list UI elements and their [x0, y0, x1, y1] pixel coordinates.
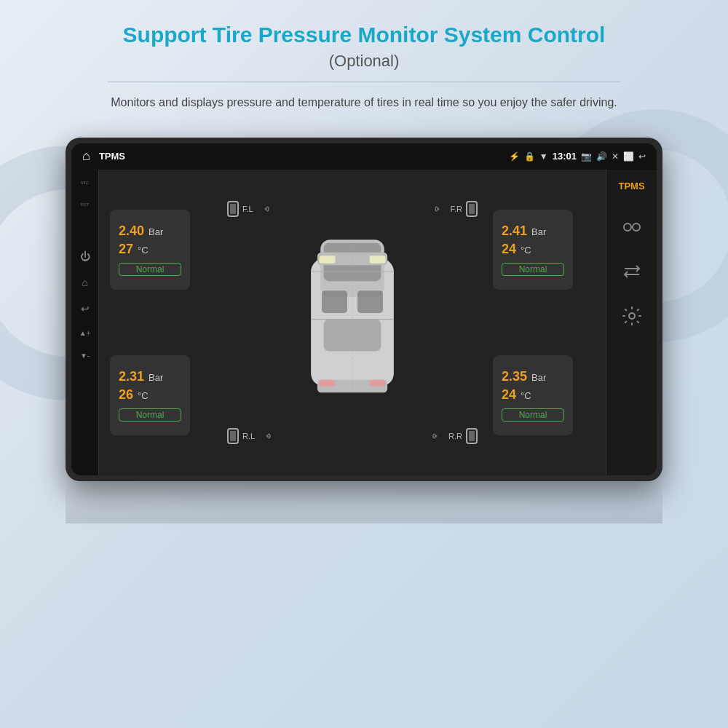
fr-wheel-icon	[465, 201, 478, 217]
fr-tire-card: 2.41 Bar 24 °C Normal	[493, 210, 573, 290]
fl-cell-inner: 2.40 Bar 27 °C Normal	[110, 210, 190, 290]
wifi-icon: ▼	[539, 151, 548, 162]
fl-temp-row: 27 °C	[119, 242, 181, 257]
rl-status: Normal	[119, 408, 181, 422]
tpms-label: TPMS	[99, 151, 125, 162]
rr-wheel-icon	[465, 428, 478, 444]
fr-wheel-label: F.R	[451, 205, 463, 213]
svg-point-28	[629, 313, 635, 319]
rr-temp-row: 24 °C	[502, 387, 564, 403]
fl-temp-value: 27	[119, 242, 133, 257]
svg-rect-3	[469, 204, 475, 214]
vol-down-icon[interactable]: ▼-	[80, 352, 90, 360]
rl-pressure-unit: Bar	[149, 372, 163, 383]
settings-icon[interactable]	[606, 295, 657, 341]
fr-signal-icon	[433, 202, 448, 216]
svg-rect-13	[370, 256, 386, 264]
tpms-grid: 2.40 Bar 27 °C Normal	[99, 170, 606, 475]
svg-rect-14	[320, 379, 336, 386]
fr-temp-value: 24	[502, 242, 516, 257]
fl-wheel-icon	[226, 201, 240, 217]
fr-status: Normal	[502, 263, 564, 276]
fl-wheel-label: F.L	[242, 205, 253, 213]
svg-rect-8	[357, 290, 383, 313]
fl-pressure-row: 2.40 Bar	[119, 223, 181, 239]
fr-pressure-row: 2.41 Bar	[502, 223, 564, 239]
fl-tire-cell: 2.40 Bar 27 °C Normal	[110, 181, 212, 319]
status-left: ⌂ TPMS	[82, 149, 125, 164]
svg-rect-9	[324, 319, 381, 351]
rl-tire-cell: 2.31 Bar 26 °C Normal	[110, 326, 212, 464]
power-icon[interactable]: ⏻	[80, 250, 90, 262]
rr-pressure-row: 2.35 Bar	[502, 369, 564, 384]
fr-cell-inner: 2.41 Bar 24 °C Normal	[493, 210, 573, 290]
rl-wheel-label: R.L	[242, 432, 255, 440]
svg-rect-22	[469, 431, 475, 441]
left-sidebar: MIC RST ⏻ ⌂ ↩ ▲+ ▼-	[71, 170, 99, 475]
rl-wheel-icon	[226, 428, 240, 444]
back-icon[interactable]: ↩	[638, 151, 646, 162]
svg-point-24	[633, 223, 640, 231]
camera-icon[interactable]: 📷	[581, 151, 592, 162]
screen: ⌂ TPMS ⚡ 🔒 ▼ 13:01 📷 🔊 ✕ ⬜ ↩	[71, 143, 657, 475]
close-icon[interactable]: ✕	[612, 151, 619, 162]
svg-rect-7	[322, 290, 347, 313]
rr-temp-unit: °C	[521, 390, 531, 401]
svg-rect-1	[230, 204, 236, 214]
svg-rect-20	[230, 431, 236, 441]
rl-temp-unit: °C	[138, 390, 149, 401]
device-wrapper: ⌂ TPMS ⚡ 🔒 ▼ 13:01 📷 🔊 ✕ ⬜ ↩	[66, 138, 662, 523]
car-center: F.L	[219, 181, 486, 464]
rr-signal-icon	[431, 429, 446, 443]
rr-wheel-label: R.R	[448, 432, 462, 440]
fl-tire-card: 2.40 Bar 27 °C Normal	[110, 210, 190, 290]
sidebar-back-icon[interactable]: ↩	[81, 303, 90, 314]
rl-pressure-row: 2.31 Bar	[119, 369, 181, 384]
rl-temp-row: 26 °C	[119, 387, 181, 403]
right-tpms-title: TPMS	[618, 181, 644, 191]
main-title: Support Tire Pressure Monitor System Con…	[44, 22, 684, 48]
sidebar-home-icon[interactable]: ⌂	[82, 277, 87, 288]
rr-tire-cell: 2.35 Bar 24 °C Normal	[493, 326, 595, 464]
svg-point-23	[624, 223, 631, 231]
fl-pressure-value: 2.40	[119, 223, 144, 239]
svg-rect-15	[370, 379, 386, 386]
lock-icon: 🔒	[524, 151, 535, 162]
main-content: MIC RST ⏻ ⌂ ↩ ▲+ ▼-	[71, 170, 657, 475]
divider	[108, 82, 620, 82]
fr-temp-row: 24 °C	[502, 242, 564, 257]
header-section: Support Tire Pressure Monitor System Con…	[0, 0, 728, 123]
fr-pressure-unit: Bar	[531, 226, 546, 237]
rl-tire-card: 2.31 Bar 26 °C Normal	[110, 355, 190, 435]
rst-label: RST	[81, 202, 90, 207]
fl-pressure-unit: Bar	[149, 226, 163, 237]
home-icon[interactable]: ⌂	[82, 149, 90, 164]
rl-temp-value: 26	[119, 387, 133, 403]
status-icons: ⚡ 🔒 ▼ 13:01 📷 🔊 ✕ ⬜ ↩	[509, 151, 646, 162]
fl-temp-unit: °C	[138, 245, 149, 256]
fr-pressure-value: 2.41	[502, 223, 527, 239]
rl-cell-inner: 2.31 Bar 26 °C Normal	[110, 355, 190, 435]
rr-status: Normal	[502, 408, 564, 422]
page-wrapper: Support Tire Pressure Monitor System Con…	[0, 0, 728, 728]
rr-pressure-value: 2.35	[502, 369, 527, 384]
device-frame: ⌂ TPMS ⚡ 🔒 ▼ 13:01 📷 🔊 ✕ ⬜ ↩	[66, 138, 662, 481]
window-icon[interactable]: ⬜	[623, 151, 634, 162]
fl-signal-icon	[256, 202, 271, 216]
fl-status: Normal	[119, 263, 181, 276]
transfer-icon[interactable]	[606, 252, 657, 295]
fr-tire-cell: 2.41 Bar 24 °C Normal	[493, 181, 595, 319]
subtitle: (Optional)	[44, 52, 684, 71]
rr-pressure-unit: Bar	[531, 372, 546, 383]
status-bar: ⌂ TPMS ⚡ 🔒 ▼ 13:01 📷 🔊 ✕ ⬜ ↩	[71, 143, 657, 170]
vol-up-icon[interactable]: ▲+	[79, 329, 91, 337]
tpms-display: 2.40 Bar 27 °C Normal	[99, 170, 606, 475]
rr-temp-value: 24	[502, 387, 516, 403]
volume-icon[interactable]: 🔊	[596, 151, 607, 162]
usb-icon: ⚡	[509, 151, 520, 162]
right-sidebar: TPMS	[606, 170, 657, 475]
sync-icon[interactable]	[606, 206, 657, 252]
mic-label: MIC	[81, 181, 89, 185]
description: Monitors and displays pressure and tempe…	[109, 93, 619, 112]
device-reflection	[66, 480, 662, 523]
